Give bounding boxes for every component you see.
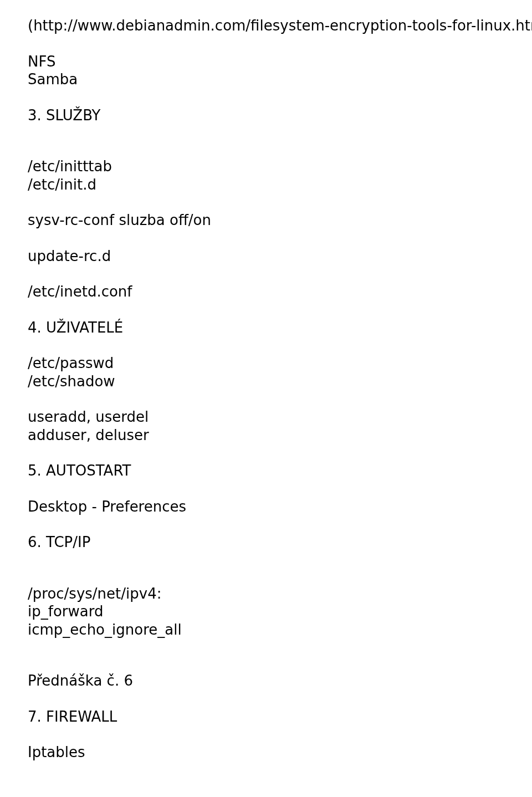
text-block: /proc/sys/net/ipv4: ip_forward icmp_echo… bbox=[28, 585, 532, 639]
text-line: icmp_echo_ignore_all bbox=[28, 621, 532, 639]
section-heading: 4. UŽIVATELÉ bbox=[28, 319, 532, 337]
text-line: Desktop - Preferences bbox=[28, 498, 532, 516]
text-block: Výpis konfigurace: bbox=[28, 795, 532, 798]
text-block: /etc/inetd.conf bbox=[28, 283, 532, 301]
text-line: Samba bbox=[28, 70, 532, 89]
text-line: adduser, deluser bbox=[28, 426, 532, 445]
text-line: 5. AUTOSTART bbox=[28, 462, 532, 480]
section-heading: 7. FIREWALL bbox=[28, 708, 532, 726]
text-line: /proc/sys/net/ipv4: bbox=[28, 585, 532, 603]
text-block: /etc/initttab /etc/init.d bbox=[28, 157, 532, 193]
text-line: 6. TCP/IP bbox=[28, 533, 532, 551]
text-block: (http://www.debianadmin.com/filesystem-e… bbox=[28, 17, 532, 35]
text-line: Iptables bbox=[28, 743, 532, 762]
text-line: 4. UŽIVATELÉ bbox=[28, 319, 532, 337]
text-line: /etc/inetd.conf bbox=[28, 283, 532, 301]
text-line: /etc/initttab bbox=[28, 157, 532, 176]
text-line: 7. FIREWALL bbox=[28, 708, 532, 726]
document-page: (http://www.debianadmin.com/filesystem-e… bbox=[0, 0, 532, 797]
text-block: Desktop - Preferences bbox=[28, 498, 532, 516]
text-line: useradd, userdel bbox=[28, 408, 532, 426]
text-block: useradd, userdel adduser, deluser bbox=[28, 408, 532, 444]
section-heading: 5. AUTOSTART bbox=[28, 462, 532, 480]
text-line: (http://www.debianadmin.com/filesystem-e… bbox=[28, 17, 532, 35]
text-block: Iptables bbox=[28, 743, 532, 762]
text-line: Výpis konfigurace: bbox=[28, 795, 532, 798]
section-heading: 3. SLUŽBY bbox=[28, 106, 532, 125]
text-line: NFS bbox=[28, 53, 532, 71]
section-heading: Přednáška č. 6 bbox=[28, 672, 532, 690]
text-block: update-rc.d bbox=[28, 247, 532, 265]
text-block: NFS Samba bbox=[28, 53, 532, 89]
text-line: update-rc.d bbox=[28, 247, 532, 265]
text-line: /etc/shadow bbox=[28, 372, 532, 391]
text-line: /etc/init.d bbox=[28, 176, 532, 194]
text-block: /etc/passwd /etc/shadow bbox=[28, 354, 532, 390]
text-line: Přednáška č. 6 bbox=[28, 672, 532, 690]
text-line: /etc/passwd bbox=[28, 354, 532, 372]
section-heading: 6. TCP/IP bbox=[28, 533, 532, 551]
text-line: 3. SLUŽBY bbox=[28, 106, 532, 125]
text-line: sysv-rc-conf sluzba off/on bbox=[28, 211, 532, 229]
text-block: sysv-rc-conf sluzba off/on bbox=[28, 211, 532, 229]
text-line: ip_forward bbox=[28, 602, 532, 621]
